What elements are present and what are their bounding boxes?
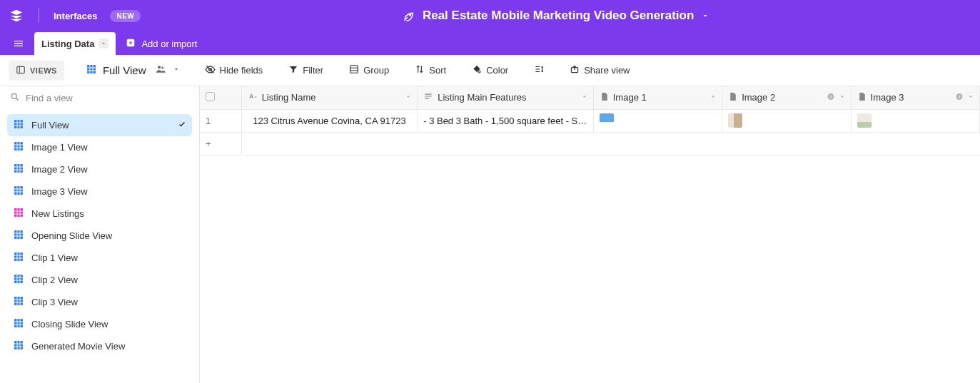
table-row[interactable]: 1123 Citrus Avenue Covina, CA 91723- 3 B… <box>200 109 980 132</box>
image-thumbnail[interactable] <box>857 113 872 128</box>
cell-features[interactable]: - 3 Bed 3 Bath - 1,500 square feet - Sca… <box>418 109 594 132</box>
views-panel-toggle[interactable]: VIEWS <box>9 61 64 81</box>
sidebar-view-item[interactable]: New Listings <box>7 203 192 225</box>
base-title: Real Estate Mobile Marketing Video Gener… <box>423 9 694 23</box>
sort-label: Sort <box>429 65 446 76</box>
people-icon[interactable] <box>155 63 166 77</box>
sidebar-view-item[interactable]: Clip 3 View <box>7 291 192 313</box>
check-icon <box>178 120 186 131</box>
view-label: Clip 2 View <box>31 275 78 285</box>
chevron-down-icon[interactable] <box>966 92 975 103</box>
grid-view-icon <box>13 207 24 220</box>
column-header-image-2[interactable]: Image 2 <box>722 86 851 109</box>
sidebar-view-item[interactable]: Image 1 View <box>7 136 192 158</box>
sidebar-view-item[interactable]: Clip 1 View <box>7 247 192 269</box>
sidebar-view-item[interactable]: Full View <box>7 114 192 136</box>
text-field-icon <box>248 91 258 103</box>
share-icon <box>570 64 580 76</box>
find-view-input[interactable] <box>26 93 189 103</box>
image-thumbnail[interactable] <box>600 113 614 128</box>
column-header-listing-name[interactable]: Listing Name <box>241 86 418 109</box>
current-view-label: Full View <box>103 64 146 76</box>
app-logo-icon[interactable] <box>9 8 24 24</box>
grid-empty-area[interactable] <box>200 155 980 384</box>
svg-rect-18 <box>14 275 23 283</box>
current-view-button[interactable]: Full View <box>81 61 185 80</box>
image-thumbnail[interactable] <box>728 113 742 128</box>
hide-fields-label: Hide fields <box>220 65 263 76</box>
grid-area[interactable]: Listing Name Listing Main Features <box>200 86 980 383</box>
grid-view-icon <box>86 63 97 77</box>
info-icon[interactable] <box>827 92 835 103</box>
add-row-button[interactable]: + <box>200 132 241 155</box>
chevron-down-icon[interactable] <box>709 92 717 103</box>
row-height-button[interactable] <box>528 61 550 79</box>
svg-rect-3 <box>87 65 96 73</box>
cell-image-3[interactable] <box>851 109 979 132</box>
sidebar-view-item[interactable]: Image 2 View <box>7 158 192 180</box>
sidebar-view-item[interactable]: Clip 2 View <box>7 269 192 291</box>
grid-view-icon <box>13 163 24 176</box>
eye-off-icon <box>205 64 216 77</box>
group-button[interactable]: Group <box>343 61 395 79</box>
grid-view-icon <box>13 339 24 353</box>
column-header-listing-features[interactable]: Listing Main Features <box>418 86 594 109</box>
interfaces-link[interactable]: Interfaces <box>54 11 97 21</box>
hide-fields-button[interactable]: Hide fields <box>199 61 269 80</box>
chevron-down-icon[interactable] <box>404 92 413 103</box>
cell-listing-name[interactable]: 123 Citrus Avenue Covina, CA 91723 <box>241 109 418 132</box>
color-label: Color <box>486 65 508 76</box>
checkbox-icon[interactable] <box>206 92 215 101</box>
chevron-down-icon[interactable] <box>701 11 709 20</box>
svg-point-5 <box>161 66 163 68</box>
view-label: New Listings <box>31 208 84 219</box>
chevron-down-icon[interactable] <box>172 65 181 76</box>
sidebar-view-item[interactable]: Generated Movie View <box>7 335 192 357</box>
longtext-field-icon <box>423 91 433 103</box>
color-button[interactable]: Color <box>466 61 514 79</box>
new-badge: NEW <box>110 10 141 22</box>
cell-image-1[interactable] <box>593 109 722 132</box>
logo-block: Interfaces NEW <box>9 8 141 24</box>
view-label: Image 2 View <box>31 164 88 175</box>
add-or-import-button[interactable]: Add or import <box>116 32 207 55</box>
view-label: Generated Movie View <box>31 341 125 352</box>
svg-point-8 <box>478 71 480 73</box>
workspace-body: Full ViewImage 1 ViewImage 2 ViewImage 3… <box>0 86 980 383</box>
sidebar-view-item[interactable]: Closing Slide View <box>7 313 192 335</box>
filter-button[interactable]: Filter <box>283 61 329 79</box>
view-toolbar: VIEWS Full View Hide fields Filter Group… <box>0 55 980 86</box>
share-view-button[interactable]: Share view <box>564 61 635 79</box>
column-label: Image 1 <box>613 92 647 103</box>
column-header-image-3[interactable]: Image 3 <box>851 86 979 109</box>
sort-button[interactable]: Sort <box>409 61 452 79</box>
rocket-icon <box>403 9 415 22</box>
view-label: Opening Slide View <box>31 230 112 241</box>
filter-label: Filter <box>303 65 323 76</box>
base-title-area[interactable]: Real Estate Mobile Marketing Video Gener… <box>403 9 709 23</box>
add-row[interactable]: + <box>200 132 980 155</box>
chevron-down-icon[interactable] <box>98 39 108 48</box>
svg-rect-16 <box>14 230 23 239</box>
table-tab-bar: Listing Data Add or import <box>0 31 980 55</box>
sidebar-view-item[interactable]: Image 3 View <box>7 180 192 203</box>
sidebar-view-item[interactable]: Opening Slide View <box>7 225 192 247</box>
chevron-down-icon[interactable] <box>838 92 847 103</box>
group-icon <box>349 64 359 76</box>
sidebar-toggle-button[interactable] <box>7 31 30 55</box>
tab-listing-data[interactable]: Listing Data <box>34 32 116 55</box>
info-icon[interactable] <box>955 92 964 103</box>
svg-rect-15 <box>14 208 23 217</box>
column-header-image-1[interactable]: Image 1 <box>593 86 722 109</box>
grid-view-icon <box>13 273 24 287</box>
filter-icon <box>288 64 298 76</box>
view-label: Image 1 View <box>31 142 88 153</box>
chevron-down-icon[interactable] <box>580 92 589 103</box>
cell-image-2[interactable] <box>722 109 851 132</box>
views-sidebar: Full ViewImage 1 ViewImage 2 ViewImage 3… <box>0 86 200 383</box>
svg-rect-7 <box>350 66 358 73</box>
row-number[interactable]: 1 <box>200 109 241 132</box>
select-all-header[interactable] <box>200 86 241 109</box>
divider <box>39 9 39 23</box>
grid-view-icon <box>13 229 24 242</box>
